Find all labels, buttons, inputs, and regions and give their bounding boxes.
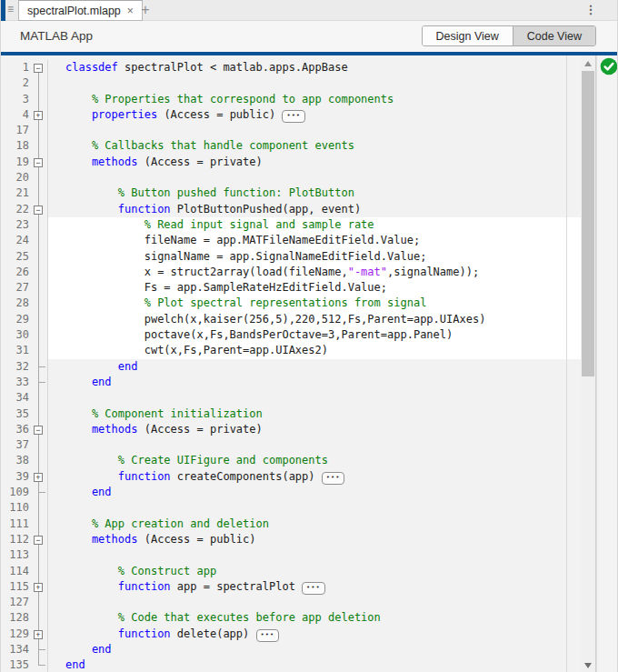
fold-expand-icon[interactable]: +	[34, 473, 43, 482]
line-number: 109	[1, 485, 32, 500]
code-text[interactable]: end	[48, 642, 581, 657]
code-token: % Create UIFigure and components	[65, 454, 328, 466]
collapsed-code-ellipsis-button[interactable]: •••	[282, 110, 305, 123]
editor-group-menu-icon[interactable]: ≡	[7, 3, 14, 15]
code-token: fileName = app.MATFileNameEditField.Valu…	[65, 234, 420, 246]
code-text[interactable]	[48, 170, 581, 186]
code-text[interactable]: % Code that executes before app deletion	[48, 610, 581, 626]
code-line: 113	[1, 547, 581, 563]
fold-gutter-cell: +	[32, 627, 48, 642]
fold-gutter-cell	[32, 390, 48, 406]
code-text[interactable]: % Plot spectral representations from sig…	[48, 296, 581, 311]
fold-gutter-cell	[32, 265, 48, 280]
code-text[interactable]: % App creation and deletion	[48, 517, 581, 532]
code-text[interactable]: % Create UIFigure and components	[48, 453, 581, 468]
code-token: end	[65, 360, 137, 373]
code-text[interactable]: function app = spectralPlot •••	[48, 579, 581, 595]
code-text[interactable]	[48, 547, 581, 563]
analyzer-ok-check-icon[interactable]	[600, 57, 618, 75]
code-text[interactable]	[48, 437, 581, 453]
code-token: app = spectralPlot	[171, 580, 303, 593]
collapsed-code-ellipsis-button[interactable]: •••	[302, 582, 325, 595]
code-token: (Access = private)	[137, 155, 262, 168]
fold-gutter-cell	[32, 296, 48, 311]
code-text[interactable]: % Component initialization	[48, 406, 581, 422]
code-text[interactable]: fileName = app.MATFileNameEditField.Valu…	[48, 233, 581, 248]
code-text[interactable]: pwelch(x,kaiser(256,5),220,512,Fs,Parent…	[48, 312, 581, 327]
code-line: 110	[1, 500, 581, 516]
line-number: 128	[1, 610, 32, 626]
collapsed-code-ellipsis-button[interactable]: •••	[322, 472, 345, 485]
code-token: (Access = private)	[137, 423, 262, 436]
code-text[interactable]: function delete(app) •••	[48, 627, 581, 642]
code-text[interactable]: function PlotButtonPushed(app, event)	[48, 202, 581, 217]
code-text[interactable]	[48, 390, 581, 406]
code-text[interactable]: end	[48, 485, 581, 500]
fold-gutter-cell	[32, 437, 48, 453]
code-text[interactable]: % Properties that correspond to app comp…	[48, 92, 581, 107]
code-editor[interactable]: 1−classdef spectralPlot < matlab.apps.Ap…	[1, 55, 581, 672]
code-line: 27 Fs = app.SampleRateHzEditField.Value;	[1, 280, 581, 296]
collapsed-code-ellipsis-button[interactable]: •••	[256, 629, 280, 642]
tab-spectralplot-mlapp[interactable]: spectralPlot.mlapp ×	[18, 0, 143, 21]
fold-collapse-icon[interactable]: −	[34, 426, 43, 435]
fold-gutter-cell: +	[32, 469, 48, 485]
accent-corner-bar	[1, 0, 5, 21]
new-tab-button[interactable]: +	[135, 1, 156, 20]
tab-close-icon[interactable]: ×	[127, 5, 134, 16]
code-text[interactable]	[48, 500, 581, 516]
line-number: 35	[1, 406, 32, 422]
vertical-scrollbar[interactable]	[581, 55, 596, 672]
overflow-menu-icon[interactable]: ⋮	[584, 2, 597, 19]
fold-collapse-icon[interactable]: −	[34, 158, 43, 167]
fold-gutter-cell	[32, 249, 48, 265]
code-text[interactable]: classdef spectralPlot < matlab.apps.AppB…	[48, 60, 581, 75]
fold-expand-icon[interactable]: +	[34, 583, 43, 592]
code-text[interactable]	[48, 75, 581, 91]
fold-collapse-icon[interactable]: −	[34, 536, 43, 545]
code-text[interactable]: end	[48, 375, 581, 390]
code-token: % Button pushed function: PlotButton	[65, 186, 354, 199]
fold-collapse-icon[interactable]: −	[34, 64, 43, 73]
code-text[interactable]: properties (Access = public) •••	[48, 107, 581, 123]
code-view-button[interactable]: Code View	[513, 26, 595, 45]
code-token: methods	[65, 423, 137, 436]
scrollbar-thumb[interactable]	[582, 71, 594, 376]
line-number: 23	[1, 217, 32, 233]
code-text[interactable]: methods (Access = private)	[48, 155, 581, 170]
fold-gutter-cell: −	[32, 532, 48, 547]
code-text[interactable]	[48, 123, 581, 138]
code-line: 134 end	[1, 642, 581, 657]
fold-expand-icon[interactable]: +	[34, 111, 43, 120]
code-text[interactable]: methods (Access = public)	[48, 532, 581, 547]
code-line: 135end	[1, 657, 581, 672]
code-line: 33 end	[1, 375, 581, 390]
scroll-down-arrow-icon[interactable]	[581, 660, 595, 671]
code-token: function	[65, 470, 171, 483]
fold-gutter-cell	[32, 453, 48, 468]
design-view-button[interactable]: Design View	[423, 26, 513, 45]
code-text[interactable]: Fs = app.SampleRateHzEditField.Value;	[48, 280, 581, 296]
code-text[interactable]: cwt(x,Fs,Parent=app.UIAxes2)	[48, 343, 581, 358]
code-text[interactable]: x = struct2array(load(fileName,"-mat",si…	[48, 265, 581, 280]
code-text[interactable]: end	[48, 657, 581, 672]
code-text[interactable]: signalName = app.SignalNameEditField.Val…	[48, 249, 581, 265]
page-title: MATLAB App	[20, 29, 93, 43]
fold-collapse-icon[interactable]: −	[34, 206, 43, 215]
code-text[interactable]: % Read input signal and sample rate	[48, 217, 581, 233]
code-text[interactable]	[48, 595, 581, 610]
code-line: 34	[1, 390, 581, 406]
code-text[interactable]: % Button pushed function: PlotButton	[48, 186, 581, 201]
code-line: 26 x = struct2array(load(fileName,"-mat"…	[1, 265, 581, 280]
code-text[interactable]: % Callbacks that handle component events	[48, 138, 581, 154]
scroll-up-arrow-icon[interactable]	[581, 59, 595, 70]
fold-expand-icon[interactable]: +	[34, 630, 43, 639]
code-text[interactable]: end	[48, 359, 581, 375]
code-text[interactable]: poctave(x,Fs,BandsPerOctave=3,Parent=app…	[48, 327, 581, 343]
code-text[interactable]: methods (Access = private)	[48, 422, 581, 437]
code-token: pwelch(x,kaiser(256,5),220,512,Fs,Parent…	[65, 313, 485, 326]
code-line: 109 end	[1, 485, 581, 500]
code-text[interactable]: function createComponents(app) •••	[48, 469, 581, 485]
code-text[interactable]: % Construct app	[48, 564, 581, 579]
code-token: % Callbacks that handle component events	[65, 139, 354, 152]
